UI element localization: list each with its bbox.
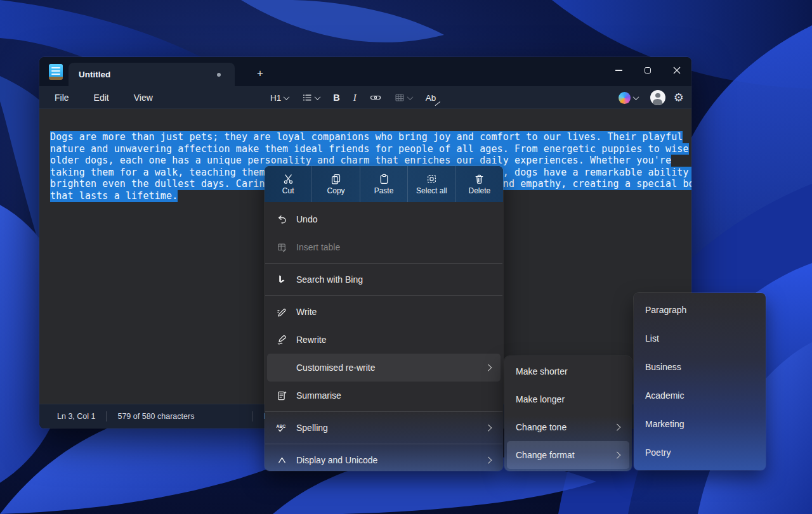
menu-item-list[interactable]: List: [636, 324, 763, 352]
menu-item-insert-table[interactable]: Insert table: [267, 233, 501, 261]
cut-icon: [283, 174, 294, 184]
table-icon: [395, 93, 405, 103]
undo-label: Undo: [296, 214, 317, 224]
table-dropdown[interactable]: [391, 90, 416, 105]
copy-icon: [331, 174, 341, 184]
copy-label: Copy: [327, 186, 345, 195]
format-tools: H1 B I: [266, 86, 440, 109]
change-tone-label: Change tone: [507, 422, 566, 432]
display-unicode-label: Display and Unicode: [296, 455, 377, 465]
heading-dropdown[interactable]: H1: [266, 91, 292, 105]
copy-button[interactable]: Copy: [312, 166, 360, 202]
paragraph-label: Paragraph: [636, 305, 686, 315]
spelling-label: Spelling: [296, 423, 328, 433]
select-all-icon: [426, 174, 437, 184]
window-controls: [604, 57, 691, 84]
minimize-button[interactable]: [604, 57, 633, 84]
menu-item-summarise[interactable]: Summarise: [267, 382, 501, 409]
chevron-down-icon: [284, 94, 290, 100]
menu-separator: [265, 411, 502, 412]
menu-file[interactable]: File: [51, 91, 73, 105]
rewrite-label: Rewrite: [296, 335, 326, 345]
clear-formatting-label: Ab: [426, 93, 436, 103]
insert-table-label: Insert table: [296, 242, 340, 252]
quick-actions-row: Cut Copy Paste Select all: [265, 166, 503, 202]
menu-item-poetry[interactable]: Poetry: [636, 438, 763, 466]
chevron-down-icon: [315, 94, 321, 100]
paste-label: Paste: [374, 186, 394, 195]
menu-item-business[interactable]: Business: [636, 352, 763, 381]
change-format-label: Change format: [507, 450, 575, 460]
settings-gear-icon[interactable]: ⚙: [674, 92, 684, 103]
select-all-button[interactable]: Select all: [408, 166, 455, 202]
tab-untitled[interactable]: Untitled: [69, 63, 235, 86]
insert-table-icon: [277, 242, 287, 253]
undo-icon: [277, 214, 287, 225]
menu-separator: [265, 263, 502, 264]
menu-item-make-longer[interactable]: Make longer: [507, 385, 629, 413]
link-button[interactable]: [366, 90, 385, 105]
menu-item-marketing[interactable]: Marketing: [636, 409, 763, 438]
account-button[interactable]: [650, 90, 665, 105]
poetry-label: Poetry: [636, 447, 671, 458]
chevron-right-icon: [485, 457, 492, 464]
new-tab-button[interactable]: +: [251, 65, 269, 82]
customised-rewrite-label: Customised re-write: [296, 363, 375, 373]
bold-label: B: [333, 93, 339, 103]
menu-item-make-shorter[interactable]: Make shorter: [507, 357, 629, 385]
maximize-button[interactable]: [633, 57, 662, 84]
academic-label: Academic: [636, 390, 684, 401]
menu-edit[interactable]: Edit: [90, 91, 113, 105]
menu-item-academic[interactable]: Academic: [636, 381, 763, 409]
clear-formatting-button[interactable]: Ab: [422, 91, 440, 105]
link-icon: [370, 93, 381, 103]
menu-view[interactable]: View: [130, 91, 157, 105]
list-label: List: [636, 333, 659, 344]
menu-item-paragraph[interactable]: Paragraph: [636, 295, 763, 324]
toolbar-right: ⚙: [615, 86, 684, 109]
bold-button[interactable]: B: [329, 90, 343, 105]
heading-label: H1: [270, 93, 281, 103]
cursor-position: Ln 3, Col 1: [39, 412, 106, 421]
menu-item-change-tone[interactable]: Change tone: [507, 413, 629, 441]
context-menu: Cut Copy Paste Select all: [265, 166, 503, 471]
bing-icon: [277, 274, 287, 285]
chevron-right-icon: [485, 425, 492, 432]
write-label: Write: [296, 307, 317, 317]
desktop: Untitled + File Edit View H1: [0, 0, 812, 514]
list-dropdown[interactable]: [298, 90, 324, 105]
rewrite-pen-icon: [277, 335, 287, 345]
copilot-dropdown[interactable]: [615, 89, 642, 106]
titlebar: Untitled +: [39, 57, 691, 86]
menubar: File Edit View: [51, 86, 157, 109]
caret-icon: [277, 455, 287, 466]
paste-button[interactable]: Paste: [360, 166, 408, 202]
make-longer-label: Make longer: [507, 394, 565, 404]
select-all-label: Select all: [416, 186, 447, 195]
menu-separator: [265, 444, 502, 444]
person-icon: [655, 93, 660, 98]
cut-button[interactable]: Cut: [265, 166, 312, 202]
menu-item-undo[interactable]: Undo: [267, 205, 501, 233]
tab-title: Untitled: [69, 70, 110, 79]
italic-button[interactable]: I: [350, 90, 360, 106]
list-icon: [302, 93, 312, 103]
menu-item-search-bing[interactable]: Search with Bing: [267, 266, 501, 293]
menu-item-spelling[interactable]: ABC Spelling: [267, 414, 501, 442]
paste-icon: [379, 174, 390, 184]
chevron-down-icon: [407, 94, 413, 100]
menu-item-display-unicode[interactable]: Display and Unicode: [267, 446, 501, 471]
cut-label: Cut: [282, 186, 294, 195]
menu-item-change-format[interactable]: Change format: [507, 441, 629, 469]
menu-item-write[interactable]: Write: [267, 298, 501, 326]
chevron-right-icon: [613, 452, 620, 459]
chevron-right-icon: [485, 364, 492, 371]
close-button[interactable]: [662, 57, 691, 84]
text-line: Dogs are more than just pets; they are l…: [50, 131, 691, 143]
menu-separator: [265, 295, 502, 296]
summarise-icon: [277, 390, 287, 401]
menu-item-rewrite[interactable]: Rewrite: [267, 326, 501, 354]
character-count: 579 of 580 characters: [107, 412, 205, 421]
delete-button[interactable]: Delete: [456, 166, 503, 202]
menu-item-customised-rewrite[interactable]: Customised re-write: [267, 354, 501, 382]
